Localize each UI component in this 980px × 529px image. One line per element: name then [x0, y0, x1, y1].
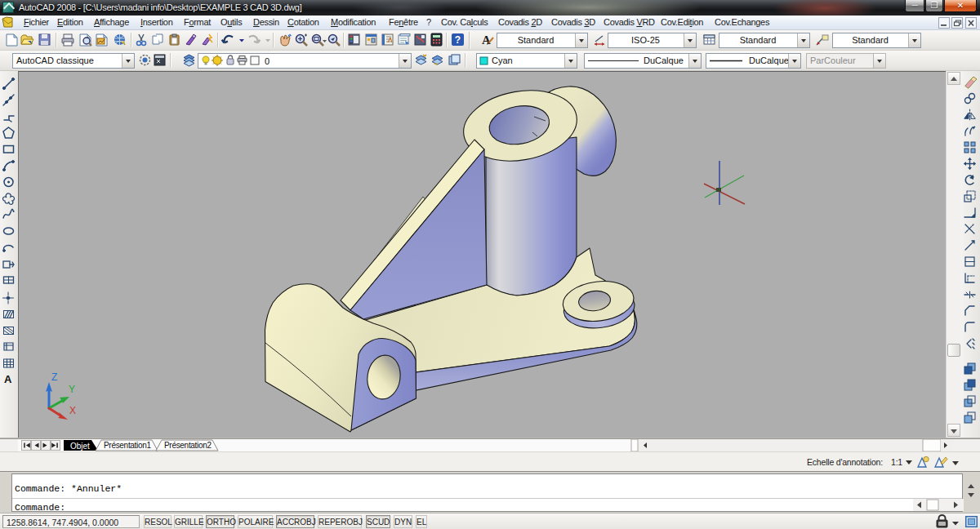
svg-text:A: A — [4, 373, 12, 385]
svg-text:0: 0 — [265, 56, 270, 66]
svg-text:Z: Z — [51, 371, 57, 383]
svg-text:Présentation1: Présentation1 — [104, 441, 152, 450]
svg-text:Présentation2: Présentation2 — [164, 441, 212, 450]
svg-text:X: X — [69, 405, 76, 416]
svg-text:Y: Y — [69, 384, 75, 395]
svg-text:A: A — [482, 33, 491, 47]
svg-text:Objet: Objet — [70, 442, 90, 451]
svg-text:?: ? — [455, 34, 461, 46]
